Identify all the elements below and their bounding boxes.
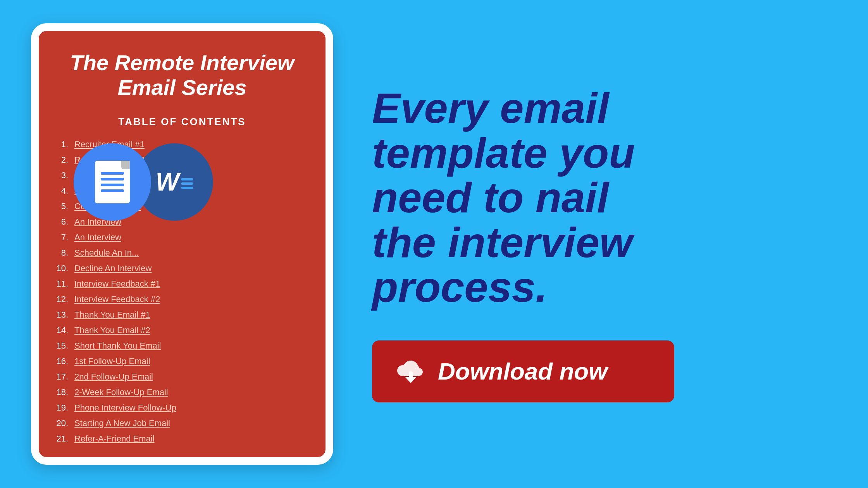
- toc-item: 8.Schedule An In...: [54, 248, 310, 258]
- toc-item: 12.Interview Feedback #2: [54, 294, 310, 304]
- toc-item: 19.Phone Interview Follow-Up: [54, 403, 310, 413]
- toc-item: 16.1st Follow-Up Email: [54, 356, 310, 366]
- toc-item: 15.Short Thank You Email: [54, 341, 310, 351]
- tablet-mockup: The Remote Interview Email Series TABLE …: [31, 23, 333, 465]
- toc-label: TABLE OF CONTENTS: [54, 116, 310, 128]
- book-cover: The Remote Interview Email Series TABLE …: [39, 31, 326, 457]
- headline: Every email template you need to nail th…: [372, 86, 822, 309]
- book-title: The Remote Interview Email Series: [54, 50, 310, 100]
- toc-item: 14.Thank You Email #2: [54, 325, 310, 335]
- toc-item: 21.Refer-A-Friend Email: [54, 434, 310, 444]
- svg-marker-1: [405, 377, 417, 383]
- toc-item: 17.2nd Follow-Up Email: [54, 372, 310, 382]
- right-content: Every email template you need to nail th…: [333, 86, 837, 402]
- icons-overlay: W: [58, 143, 225, 225]
- toc-item: 11.Interview Feedback #1: [54, 279, 310, 289]
- toc-item: 10.Decline An Interview: [54, 263, 310, 273]
- toc-item: 13.Thank You Email #1: [54, 310, 310, 320]
- cloud-download-icon: [395, 356, 426, 387]
- google-docs-icon: [74, 143, 151, 221]
- toc-item: 20.Starting A New Job Email: [54, 418, 310, 428]
- toc-item: 18.2-Week Follow-Up Email: [54, 387, 310, 397]
- toc-item: 7.An Interview: [54, 232, 310, 242]
- download-now-button[interactable]: Download now: [372, 340, 674, 402]
